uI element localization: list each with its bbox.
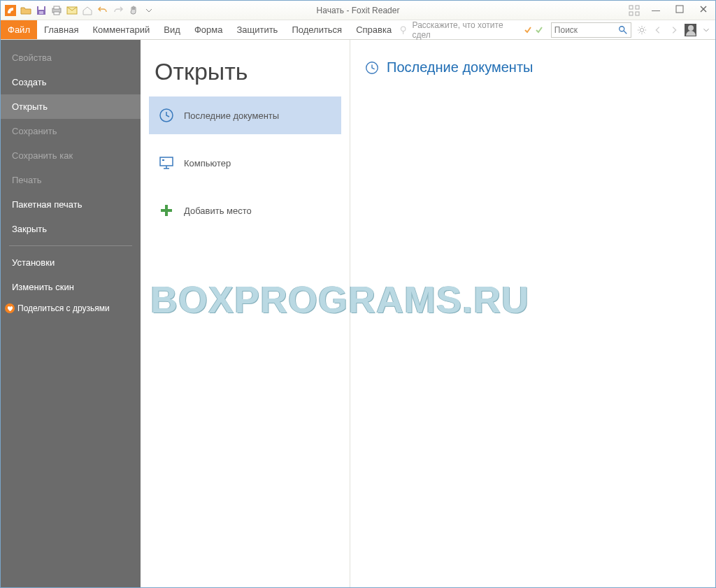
svg-rect-6 <box>54 12 59 15</box>
main-area: Открыть Последние документы Компьютер До… <box>141 40 715 587</box>
heart-icon <box>5 303 15 313</box>
nav-prev-icon[interactable] <box>652 24 664 36</box>
sidebar-divider <box>9 245 132 246</box>
sidebar-item-print[interactable]: Печать <box>1 168 141 192</box>
tab-file[interactable]: Файл <box>1 20 37 39</box>
share-friends-label: Поделиться с друзьями <box>17 303 110 313</box>
clock-icon <box>364 60 380 76</box>
sidebar-item-skin[interactable]: Изменить скин <box>1 275 141 299</box>
sidebar-item-save[interactable]: Сохранить <box>1 119 141 143</box>
svg-rect-3 <box>39 11 43 14</box>
svg-rect-8 <box>629 6 633 9</box>
redo-icon[interactable] <box>111 3 125 17</box>
check-orange-icon[interactable] <box>523 24 533 36</box>
sidebar-item-open[interactable]: Открыть <box>1 94 141 119</box>
user-dropdown-icon[interactable] <box>701 24 713 36</box>
svg-rect-11 <box>636 12 639 15</box>
source-recent-label: Последние документы <box>184 110 279 121</box>
app-logo-icon[interactable] <box>3 3 17 17</box>
maximize-button[interactable] <box>671 5 689 15</box>
tab-protect[interactable]: Защитить <box>229 20 285 39</box>
ribbon-right: Расскажите, что хотите сдел <box>399 20 715 39</box>
open-sources-column: Открыть Последние документы Компьютер До… <box>141 40 350 587</box>
open-title: Открыть <box>141 54 350 96</box>
search-box[interactable] <box>551 22 631 38</box>
svg-rect-20 <box>162 159 164 161</box>
tab-form[interactable]: Форма <box>187 20 230 39</box>
checkmarks <box>523 24 544 36</box>
sidebar-item-properties[interactable]: Свойства <box>1 45 141 70</box>
source-addplace-label: Добавить место <box>184 206 252 216</box>
search-input[interactable] <box>554 25 618 35</box>
sidebar-item-close[interactable]: Закрыть <box>1 217 141 241</box>
svg-point-13 <box>401 26 406 31</box>
svg-point-15 <box>620 26 624 31</box>
sidebar-item-installs[interactable]: Установки <box>1 250 141 275</box>
tell-me[interactable]: Расскажите, что хотите сдел <box>399 20 519 40</box>
body: Свойства Создать Открыть Сохранить Сохра… <box>1 40 715 587</box>
save-icon[interactable] <box>34 3 48 17</box>
undo-icon[interactable] <box>96 3 110 17</box>
minimize-button[interactable]: ― <box>647 6 665 15</box>
tab-help[interactable]: Справка <box>349 20 399 39</box>
gear-icon[interactable] <box>636 24 647 36</box>
recent-panel-header: Последние документы <box>364 59 701 76</box>
sidebar-item-saveas[interactable]: Сохранить как <box>1 143 141 168</box>
tab-share[interactable]: Поделиться <box>285 20 349 39</box>
svg-point-17 <box>640 28 643 31</box>
print-icon[interactable] <box>50 3 64 17</box>
nav-next-icon[interactable] <box>668 24 680 36</box>
user-avatar[interactable] <box>685 24 696 36</box>
svg-rect-10 <box>629 12 633 15</box>
recent-panel-title: Последние документы <box>387 59 533 76</box>
open-detail-column: Последние документы <box>350 40 715 587</box>
file-sidebar: Свойства Создать Открыть Сохранить Сохра… <box>1 40 141 587</box>
source-addplace[interactable]: Добавить место <box>149 192 341 229</box>
computer-icon <box>157 154 176 172</box>
ribbon-mode-icon[interactable] <box>627 3 641 17</box>
qat-dropdown-icon[interactable] <box>142 3 156 17</box>
source-recent[interactable]: Последние документы <box>149 96 341 134</box>
clock-icon <box>157 106 176 124</box>
check-green-icon[interactable] <box>534 24 544 36</box>
svg-rect-19 <box>160 157 173 166</box>
svg-rect-12 <box>676 6 683 13</box>
tab-view[interactable]: Вид <box>157 20 187 39</box>
plus-icon <box>157 201 176 220</box>
close-button[interactable] <box>694 5 713 15</box>
open-icon[interactable] <box>19 3 33 17</box>
open-source-list: Последние документы Компьютер Добавить м… <box>141 96 350 229</box>
svg-rect-2 <box>38 6 44 10</box>
search-icon[interactable] <box>618 25 628 35</box>
tell-me-placeholder: Расскажите, что хотите сдел <box>413 20 519 40</box>
sidebar-item-create[interactable]: Создать <box>1 70 141 94</box>
tab-comment[interactable]: Комментарий <box>85 20 157 39</box>
svg-rect-5 <box>54 6 59 9</box>
source-computer[interactable]: Компьютер <box>149 144 341 182</box>
window-controls: ― <box>627 3 713 17</box>
app-window: Начать - Foxit Reader ― Файл Главная Ком… <box>0 0 716 588</box>
sidebar-item-batchprint[interactable]: Пакетная печать <box>1 192 141 217</box>
hand-tool-icon[interactable] <box>127 3 141 17</box>
ribbon-tabs: Файл Главная Комментарий Вид Форма Защит… <box>1 20 715 40</box>
svg-line-16 <box>624 30 626 33</box>
svg-rect-9 <box>636 6 639 9</box>
quick-access-toolbar <box>3 3 156 17</box>
home-icon[interactable] <box>80 3 94 17</box>
sidebar-item-share-friends[interactable]: Поделиться с друзьями <box>1 299 141 317</box>
email-icon[interactable] <box>65 3 79 17</box>
title-bar: Начать - Foxit Reader ― <box>1 1 715 20</box>
source-computer-label: Компьютер <box>184 158 231 168</box>
tab-home[interactable]: Главная <box>37 20 85 39</box>
